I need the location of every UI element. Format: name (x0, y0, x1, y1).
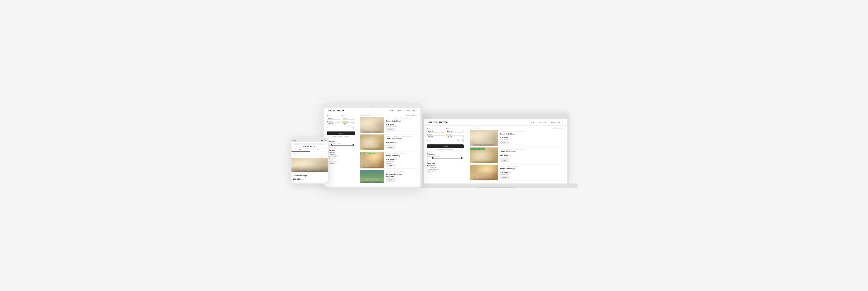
room-type-option[interactable]: All Rooms (327, 152, 355, 153)
book-button[interactable]: Book (386, 128, 395, 132)
phone-url-text: my-hotel-website.com (294, 143, 305, 145)
tablet-modify-link[interactable]: Modify or cancel your reservation (327, 136, 355, 137)
room-card: 2 GUESTS · 1 BED · 1 BATHROOMJunior Suit… (470, 165, 565, 180)
room-card-price-sub: / night (395, 142, 397, 143)
laptop-nav-currency[interactable]: € EUR ▼ (539, 121, 547, 123)
room-type-option[interactable]: Deluxe Suite (327, 160, 355, 162)
room-type-checkbox[interactable] (427, 165, 429, 166)
image-dot (484, 144, 485, 145)
tablet-nav-lang[interactable]: GE ▼ (390, 110, 393, 111)
laptop-price-collapse-icon[interactable]: − (463, 153, 464, 155)
room-card-meta: 2 GUESTS · 1 BEDROOM · 1 BED · 1 BATHROO… (386, 118, 416, 119)
tablet-checkout-value[interactable]: 13/07/17 ▼ (342, 117, 355, 119)
tablet-nav-currency[interactable]: € EUR ▼ (397, 110, 403, 111)
tablet-room-type-collapse-icon[interactable]: − (354, 149, 355, 151)
book-button[interactable]: Book (500, 176, 508, 179)
tablet-price-collapse-icon[interactable]: − (354, 140, 355, 142)
phone-sort-label[interactable]: Sort by: Popularity (318, 156, 327, 157)
phone-image-overlay (291, 166, 328, 172)
room-image-inner (360, 117, 384, 133)
phone-status-bar: 9:41 ●●● ▲ ▮ (291, 139, 328, 142)
room-card-name: Signature Suite w... (386, 173, 416, 175)
book-button[interactable]: Book (386, 178, 395, 182)
book-button[interactable]: Book (386, 164, 395, 167)
laptop-children-value[interactable]: 0 guest ▼ (446, 135, 464, 138)
room-card: 2 GUESTS · 1 BEDROOM · 1 BED · 1 BATHROO… (360, 117, 418, 133)
room-card-image: BEST PRICE ON THIS DATE (360, 152, 384, 169)
laptop-room-type-collapse-icon[interactable]: − (463, 162, 464, 164)
laptop-device-frame: SWISS HOTEL GE ▼ | € EUR ▼ | Login / Sig… (413, 113, 578, 188)
tablet-rooms-plus[interactable]: + (352, 126, 355, 129)
laptop-rooms-plus[interactable]: + (461, 140, 464, 142)
tablet-slider-right-thumb[interactable] (352, 144, 354, 146)
room-type-option[interactable]: Apartment (327, 162, 355, 164)
room-type-option[interactable]: Junior Suite (327, 154, 355, 155)
tablet-sidebar: 📅 Check In 12/07/17 ▼ 📅 (324, 113, 358, 186)
tablet-nav-login[interactable]: Login / Sign Up (406, 110, 417, 111)
laptop-nav-lang[interactable]: GE ▼ (530, 121, 534, 123)
laptop-checkin-label: 📅 Check In (427, 128, 445, 130)
room-type-option[interactable]: Executive Suite (427, 169, 464, 171)
tablet-children-value[interactable]: 0 guest ▼ (342, 122, 355, 125)
room-type-checkbox[interactable] (427, 167, 429, 169)
room-type-option[interactable]: Executive Suite (327, 156, 355, 157)
laptop-main: 📅 Check In 12/07/17 ▼ 📅 (424, 125, 567, 183)
image-dots (371, 131, 374, 132)
tablet-rooms-minus[interactable]: − (347, 126, 350, 129)
tablet-adults-value[interactable]: 1 guest ▼ (327, 122, 340, 125)
laptop-rooms-value: 1 (460, 140, 460, 141)
tablet-rooms-row: Rooms − 1 + (327, 126, 355, 129)
laptop-rooms-minus[interactable]: − (456, 140, 459, 142)
phone-filter-label[interactable]: 5 filters (293, 156, 296, 157)
laptop-adults-icon: 👤 (427, 134, 429, 135)
room-type-option[interactable]: Junior Suite (427, 167, 464, 169)
phone-tab-table[interactable]: Table (291, 148, 310, 151)
rooms-left-badge: 2 ROOMS LEFT (386, 163, 416, 164)
tablet-rooms-stepper: − 1 + (347, 126, 355, 129)
room-card-body: 2 GUESTS · 1 BED · 1 BATHROOMJunior Suit… (498, 165, 565, 180)
phone-search-bar[interactable]: 🔍 Search... (293, 153, 327, 155)
book-button[interactable]: Book (500, 158, 508, 162)
tablet-search-button[interactable]: Search (327, 132, 355, 135)
room-card-body: 2 GUESTS · 1 BED · 1 BATHROOMJunior Suit… (384, 152, 418, 169)
laptop-price-slider[interactable] (427, 158, 464, 158)
laptop-hotel-header: SWISS HOTEL GE ▼ | € EUR ▼ | Login / Sig… (424, 119, 567, 125)
laptop-results-sort[interactable]: Sort by: Popularity ▼ (553, 128, 565, 129)
room-card-name: Junior Suite Single (386, 120, 416, 122)
room-card-name: Junior Suite Single (500, 133, 563, 135)
laptop-modify-link[interactable]: Modify or cancel your reservation (427, 149, 464, 150)
laptop-slider-left-thumb[interactable] (432, 157, 434, 159)
laptop-slider-right-thumb[interactable] (461, 157, 463, 159)
laptop-checkout-value[interactable]: 13/07/17 ▼ (446, 130, 464, 133)
room-image-inner (360, 170, 384, 183)
tablet-slider-left-thumb[interactable] (331, 144, 332, 146)
tablet-room-types-list: All RoomsJunior SuiteExecutive SuiteResi… (327, 152, 355, 164)
room-type-option[interactable]: Residential (427, 171, 464, 173)
tablet-results-sort[interactable]: Sort by: Popularity ▼ (406, 114, 418, 116)
room-card-name: Junior Suite Single (500, 168, 563, 170)
image-dots (371, 148, 374, 149)
room-type-checkbox[interactable] (427, 169, 429, 171)
laptop-nav-login[interactable]: Login / Sign Up (551, 121, 563, 123)
room-card-name: Junior Suite Sing... (386, 154, 416, 156)
laptop-search-button[interactable]: Search (427, 144, 464, 148)
room-type-checkbox[interactable] (427, 171, 429, 173)
room-card-price-sub: / night (508, 172, 511, 173)
phone-url-bar[interactable]: my-hotel-website.com (293, 143, 326, 145)
tablet-checkin-value[interactable]: 12/07/17 ▼ (327, 117, 340, 119)
image-dot (484, 179, 485, 179)
book-button[interactable]: Book (386, 145, 395, 149)
image-dot (483, 144, 483, 145)
book-button[interactable]: Book (500, 141, 508, 144)
tablet-price-slider[interactable] (327, 145, 355, 145)
tablet-price-range-section: Price range − EUR 1,200 - EUR 5,100 (327, 140, 355, 145)
room-type-option[interactable]: All Rooms (427, 165, 464, 166)
laptop-sidebar: 📅 Check In 12/07/17 ▼ 📅 (424, 125, 467, 183)
laptop-checkin-value[interactable]: 12/07/17 ▼ (427, 130, 445, 133)
room-type-option[interactable]: Residential (327, 158, 355, 160)
phone-tab-filter[interactable]: Filter (310, 148, 328, 151)
image-dot (371, 131, 372, 132)
phone-battery-icon: ▮ (326, 140, 326, 141)
room-type-label: Junior Suite (430, 167, 436, 168)
laptop-adults-value[interactable]: 1 guest ▼ (427, 135, 445, 138)
